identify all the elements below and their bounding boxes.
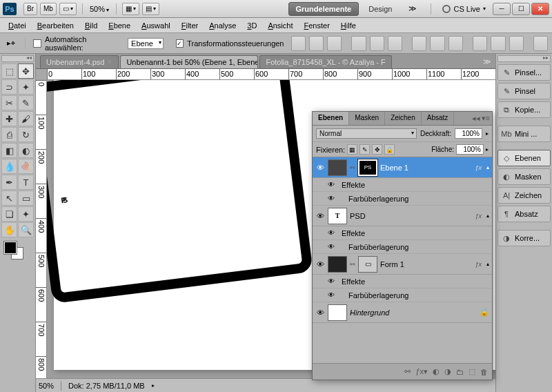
menu-hilfe[interactable]: Hilfe: [335, 20, 362, 31]
adjustment-icon[interactable]: ◑: [444, 367, 451, 376]
tool-eyedropper[interactable]: ✎: [18, 95, 34, 110]
layer-name[interactable]: Ebene 1: [380, 164, 472, 172]
menu-3d[interactable]: 3D: [241, 20, 262, 31]
color-swatches[interactable]: [1, 242, 34, 264]
dist-btn-5[interactable]: [491, 36, 505, 51]
panel-btn-korre[interactable]: ◑Korre...: [497, 230, 551, 246]
auto-select-checkbox[interactable]: [33, 39, 41, 48]
layer-row[interactable]: 👁TPSDƒx▴: [313, 206, 492, 226]
panel-tab-absatz[interactable]: Absatz: [422, 112, 455, 125]
zoom-level[interactable]: 50%: [90, 5, 109, 13]
tool-lasso[interactable]: ⊃: [1, 79, 17, 95]
effect-item[interactable]: 👁Farbüberlagerung: [313, 288, 492, 302]
align-btn-5[interactable]: [370, 36, 384, 51]
workspace-more[interactable]: ≫: [402, 2, 424, 15]
toolbox-collapse[interactable]: [1, 55, 34, 62]
panel-btn-absatz[interactable]: ¶Absatz: [497, 206, 551, 222]
align-btn-3[interactable]: [327, 36, 342, 51]
tool-pen[interactable]: ✒: [1, 175, 17, 190]
panel-tab-zeichen[interactable]: Zeichen: [385, 112, 422, 125]
menu-ebene[interactable]: Ebene: [103, 20, 136, 31]
align-btn-6[interactable]: [388, 36, 402, 51]
cslive-btn[interactable]: CS Live ▾: [442, 5, 486, 13]
menu-fenster[interactable]: Fenster: [298, 20, 335, 31]
current-tool-icon[interactable]: ▸✥: [4, 37, 17, 50]
tool-3d[interactable]: ❏: [1, 206, 17, 222]
panel-menu-icon[interactable]: ▾≡: [482, 114, 490, 123]
layer-name[interactable]: PSD: [350, 212, 472, 220]
layer-name[interactable]: Hintergrund: [350, 308, 477, 317]
tool-stamp[interactable]: ⎙: [1, 127, 17, 142]
panel-tab-ebenen[interactable]: Ebenen: [313, 112, 349, 125]
panel-btn-pinsel[interactable]: ✎Pinsel...: [497, 64, 551, 81]
visibility-icon[interactable]: 👁: [328, 277, 337, 285]
menu-ansicht[interactable]: Ansicht: [262, 20, 298, 31]
effect-item[interactable]: 👁Farbüberlagerung: [313, 240, 492, 254]
tool-history[interactable]: ↻: [18, 127, 34, 142]
foreground-swatch[interactable]: [4, 242, 17, 254]
tool-heal[interactable]: ✚: [1, 111, 17, 126]
effects-row[interactable]: 👁Effekte: [313, 275, 492, 288]
align-btn-4[interactable]: [351, 36, 366, 51]
panel-btn-mini[interactable]: MbMini ...: [497, 126, 551, 142]
visibility-icon[interactable]: 👁: [328, 243, 337, 251]
tabs-overflow[interactable]: ≫: [479, 55, 495, 68]
panel-btn-ebenen[interactable]: ◇Ebenen: [497, 150, 551, 166]
screen-mode-btn[interactable]: ▭: [59, 3, 77, 15]
group-icon[interactable]: 🗀: [456, 368, 464, 376]
layer-name[interactable]: Form 1: [380, 260, 472, 268]
layer-row[interactable]: 👁⚯PSEbene 1ƒx▴: [313, 157, 492, 178]
dist-btn-3[interactable]: [448, 36, 463, 51]
opacity-input[interactable]: 100%: [455, 128, 482, 139]
doc-tab[interactable]: Fotolia_8715458_XL - © Azaliya - F: [259, 55, 391, 68]
panel-tab-masken[interactable]: Masken: [349, 112, 385, 125]
visibility-icon[interactable]: 👁: [328, 291, 337, 299]
tool-dodge[interactable]: 🍭: [18, 159, 34, 174]
new-layer-icon[interactable]: ⬚: [469, 367, 475, 376]
doc-tab[interactable]: Unbenannt-1 bei 50% (Ebene 1, Ebenenmask…: [120, 55, 258, 68]
lock-paint-icon[interactable]: ✎: [359, 144, 370, 155]
status-zoom[interactable]: 50%: [39, 382, 54, 390]
tool-eraser[interactable]: ◧: [1, 143, 17, 158]
panel-btn-kopie[interactable]: ⧉Kopie...: [497, 101, 551, 118]
fx-badge[interactable]: ƒx: [475, 261, 482, 268]
align-btn-2[interactable]: [309, 36, 324, 51]
lock-position-icon[interactable]: ✥: [372, 144, 382, 155]
tool-hand[interactable]: ✋: [1, 222, 17, 237]
tool-crop[interactable]: ✂: [1, 95, 17, 110]
tool-marquee[interactable]: ⬚: [1, 63, 17, 79]
status-doc[interactable]: Dok: 2,75 MB/11,0 MB: [68, 382, 145, 390]
menu-datei[interactable]: Datei: [3, 20, 32, 31]
lock-transparency-icon[interactable]: ▦: [347, 144, 357, 155]
menu-bild[interactable]: Bild: [79, 20, 103, 31]
tool-blur[interactable]: 💧: [1, 159, 17, 174]
transform-checkbox[interactable]: ✓: [176, 39, 184, 48]
close-button[interactable]: ✕: [531, 3, 549, 15]
fill-input[interactable]: 100%: [456, 144, 484, 155]
tool-move[interactable]: ✥: [18, 63, 34, 79]
tool-type[interactable]: T: [18, 175, 34, 190]
visibility-icon[interactable]: 👁: [328, 229, 337, 237]
panel-btn-pinsel[interactable]: ✎Pinsel: [497, 83, 551, 99]
arrange-btn[interactable]: ▦: [122, 3, 139, 15]
blend-mode-dropdown[interactable]: Normal: [316, 128, 417, 139]
panel-btn-masken[interactable]: ◐Masken: [497, 168, 551, 185]
tool-path[interactable]: ↖: [1, 190, 17, 206]
tool-brush[interactable]: 🖌: [18, 111, 34, 126]
workspace-design[interactable]: Design: [362, 3, 399, 15]
lock-all-icon[interactable]: 🔒: [384, 144, 395, 155]
menu-bearbeiten[interactable]: Bearbeiten: [32, 20, 79, 31]
tab-close-icon[interactable]: ✕: [107, 59, 112, 66]
menu-auswahl[interactable]: Auswahl: [136, 20, 176, 31]
visibility-icon[interactable]: 👁: [328, 195, 337, 202]
visibility-icon[interactable]: 👁: [315, 308, 325, 317]
effects-row[interactable]: 👁Effekte: [313, 226, 492, 240]
panel-btn-zeichen[interactable]: A|Zeichen: [497, 187, 551, 204]
effects-row[interactable]: 👁Effekte: [313, 178, 492, 192]
panel-collapse-icon[interactable]: ◂◂: [472, 114, 480, 123]
maximize-button[interactable]: ☐: [512, 3, 530, 15]
visibility-icon[interactable]: 👁: [328, 181, 337, 188]
fx-badge[interactable]: ƒx: [475, 164, 482, 171]
tool-gradient[interactable]: ◐: [18, 143, 34, 158]
layer-row[interactable]: 👁Hintergrund🔒: [313, 302, 492, 323]
